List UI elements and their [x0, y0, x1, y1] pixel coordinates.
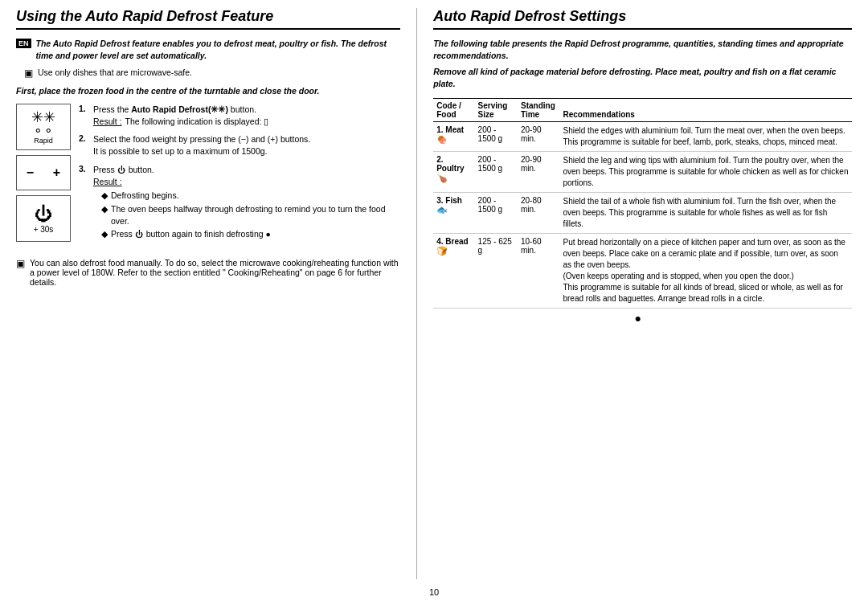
table-row: 4. Bread 🍞 125 - 625 g 10-60 min. Put br…	[433, 233, 852, 308]
table-row: 2. Poultry 🍗 200 - 1500 g 20-90 min. Shi…	[433, 151, 852, 192]
rapid-label: Rapid	[34, 137, 53, 145]
timer-label: + 30s	[34, 225, 54, 234]
right-section: Auto Rapid Defrost Settings The followin…	[417, 8, 852, 579]
right-title: Auto Rapid Defrost Settings	[433, 8, 852, 30]
food-name-2: 3. Fish	[436, 196, 462, 205]
bullet-text-1: Defrosting begins.	[111, 190, 179, 202]
step-2: 2. Select the food weight by pressing th…	[79, 133, 400, 157]
microwave-icon-2: ▣	[16, 258, 25, 287]
serving-cell-2: 200 - 1500 g	[475, 192, 518, 233]
en-badge: EN	[16, 39, 31, 48]
standing-cell-0: 20-90 min.	[518, 121, 559, 151]
food-icon-0: 🍖	[436, 134, 448, 144]
result-text-1: The following indication is displayed: ▯	[125, 116, 269, 128]
rapid-panel: ✳✳ ⚬⚬ Rapid	[16, 104, 71, 150]
food-name-0: 1. Meat	[436, 125, 464, 134]
minus-symbol: −	[27, 166, 34, 180]
food-cell-3: 4. Bread 🍞	[433, 233, 474, 308]
rec-cell-3: Put bread horizontally on a piece of kit…	[559, 233, 852, 308]
panels: ✳✳ ⚬⚬ Rapid − + ⏻ + 30s	[16, 104, 71, 248]
diamond-3: ◆	[101, 228, 108, 240]
food-icon-3: 🍞	[436, 246, 448, 255]
note-text-1: Use only dishes that are microwave-safe.	[38, 67, 192, 77]
step-3: 3. Press ⏻ button. Result : ◆ Defrosting…	[79, 164, 400, 242]
table-row: 1. Meat 🍖 200 - 1500 g 20-90 min. Shield…	[433, 121, 852, 151]
rec-cell-1: Shield the leg and wing tips with alumin…	[559, 151, 852, 192]
power-symbol: ⏻	[35, 204, 52, 225]
col-code: Code / Food	[433, 98, 474, 121]
auto-rapid-defrost-bold: Auto Rapid Defrost	[131, 104, 208, 114]
standing-cell-2: 20-80 min.	[518, 192, 559, 233]
standing-cell-3: 10-60 min.	[518, 233, 559, 308]
rapid-circles: ⚬⚬	[33, 125, 54, 137]
symbol-bold: (✳✳)	[208, 104, 228, 114]
serving-cell-1: 200 - 1500 g	[475, 151, 518, 192]
step-1-content: Press the Auto Rapid Defrost(✳✳) button.…	[93, 104, 268, 127]
food-name-1: 2. Poultry	[436, 155, 464, 173]
en-block: EN The Auto Rapid Defrost feature enable…	[16, 38, 400, 61]
step-2-content: Select the food weight by pressing the (…	[93, 133, 310, 157]
bullet-list: ◆ Defrosting begins. ◆ The oven beeps ha…	[101, 190, 400, 240]
bottom-note: ▣ You can also defrost food manually. To…	[16, 258, 400, 287]
timer-panel: ⏻ + 30s	[16, 195, 71, 242]
bullet-2: ◆ The oven beeps halfway through defrost…	[101, 203, 400, 227]
page-number: 10	[429, 587, 439, 597]
instruction-area: ✳✳ ⚬⚬ Rapid − + ⏻ + 30s	[16, 104, 400, 248]
right-note: Remove all kind of package material befo…	[433, 66, 852, 89]
left-section: Using the Auto Rapid Defrost Feature EN …	[16, 8, 417, 579]
note-line-1: ▣ Use only dishes that are microwave-saf…	[24, 67, 400, 79]
steps-area: 1. Press the Auto Rapid Defrost(✳✳) butt…	[79, 104, 400, 248]
table-header-row: Code / Food Serving Size StandingTime Re…	[433, 98, 852, 121]
en-text: The Auto Rapid Defrost feature enables y…	[36, 38, 401, 61]
col-rec: Recommendations	[559, 98, 852, 121]
bullet-3: ◆ Press ⏻ button again to finish defrost…	[101, 228, 400, 240]
result-label-3: Result :	[93, 176, 122, 188]
step-1: 1. Press the Auto Rapid Defrost(✳✳) butt…	[79, 104, 400, 127]
food-cell-1: 2. Poultry 🍗	[433, 151, 474, 192]
bullet-1: ◆ Defrosting begins.	[101, 190, 400, 202]
page: Using the Auto Rapid Defrost Feature EN …	[0, 0, 868, 613]
page-footer: 10	[16, 587, 852, 597]
right-intro: The following table presents the Rapid D…	[433, 38, 852, 61]
food-name-3: 4. Bread	[436, 237, 468, 246]
bottom-note-text: You can also defrost food manually. To d…	[30, 258, 400, 287]
food-icon-1: 🍗	[436, 173, 448, 182]
step-3-content: Press ⏻ button. Result : ◆ Defrosting be…	[93, 164, 400, 242]
defrost-table: Code / Food Serving Size StandingTime Re…	[433, 98, 852, 309]
serving-cell-3: 125 - 625 g	[475, 233, 518, 308]
bullet-text-3: Press ⏻ button again to finish defrostin…	[111, 228, 271, 240]
step-3-result: Result :	[93, 176, 400, 188]
step-2-num: 2.	[79, 133, 90, 157]
serving-cell-0: 200 - 1500 g	[475, 121, 518, 151]
plus-symbol: +	[53, 166, 60, 180]
food-cell-0: 1. Meat 🍖	[433, 121, 474, 151]
col-standing: StandingTime	[518, 98, 559, 121]
right-bullet: ●	[635, 312, 641, 325]
rec-cell-0: Shield the edges with aluminium foil. Tu…	[559, 121, 852, 151]
table-row: 3. Fish 🐟 200 - 1500 g 20-80 min. Shield…	[433, 192, 852, 233]
food-cell-2: 3. Fish 🐟	[433, 192, 474, 233]
rapid-stars: ✳✳	[31, 110, 55, 125]
italic-intro: First, place the frozen food in the cent…	[16, 85, 400, 97]
bullet-text-2: The oven beeps halfway through defrostin…	[111, 203, 400, 227]
food-icon-2: 🐟	[436, 205, 448, 215]
rec-cell-2: Shield the tail of a whole fish with alu…	[559, 192, 852, 233]
diamond-2: ◆	[101, 203, 108, 227]
standing-cell-1: 20-90 min.	[518, 151, 559, 192]
col-serving: Serving Size	[475, 98, 518, 121]
diamond-1: ◆	[101, 190, 108, 202]
result-label-1: Result :	[93, 116, 122, 128]
microwave-icon: ▣	[24, 67, 33, 79]
step-1-result: Result : The following indication is dis…	[93, 116, 268, 128]
minus-plus-panel: − +	[16, 155, 71, 190]
left-title: Using the Auto Rapid Defrost Feature	[16, 8, 400, 30]
step-3-num: 3.	[79, 164, 90, 242]
step-1-num: 1.	[79, 104, 90, 127]
